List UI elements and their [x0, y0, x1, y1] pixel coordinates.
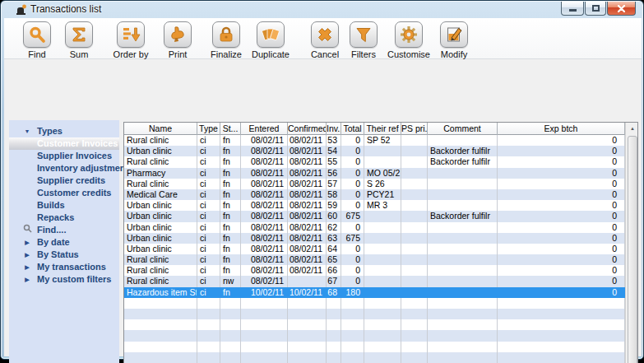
sidebar-item-inventory-adjustments[interactable]: Inventory adjustments	[9, 162, 119, 175]
cell	[241, 298, 288, 309]
sidebar-item-label: Builds	[37, 199, 65, 212]
cell: ci	[197, 189, 220, 200]
table-row[interactable]	[124, 298, 625, 309]
modify-button[interactable]	[440, 21, 468, 48]
table-row[interactable]: Hazardous item Storecifn10/02/1110/02/11…	[124, 287, 625, 298]
column-header-entered[interactable]: Entered	[241, 123, 288, 135]
cell	[124, 342, 197, 352]
table-row[interactable]: Urban cliniccifn08/02/1108/02/1160675Bac…	[124, 211, 625, 221]
sidebar-item-my-custom-filters[interactable]: ▶My custom filters	[9, 273, 119, 286]
triangle-right-icon[interactable]: ▶	[22, 249, 32, 261]
cell: ci	[197, 233, 220, 244]
cell	[401, 298, 428, 309]
find-button[interactable]	[23, 21, 51, 48]
vertical-scroll-thumb[interactable]	[628, 136, 637, 363]
cell: 0	[498, 265, 625, 276]
scroll-up-icon[interactable]: ▲	[626, 123, 638, 135]
cell	[288, 352, 327, 363]
table-row[interactable]	[124, 352, 625, 363]
cell	[364, 222, 401, 233]
transactions-table: NameTypeSt...EnteredConfirmedInv...Total…	[123, 122, 638, 363]
table-row[interactable]	[124, 309, 625, 319]
title-bar[interactable]: Transactions list	[1, 1, 643, 18]
sidebar-item-by-status[interactable]: ▶By Status	[9, 249, 119, 261]
column-header-inv[interactable]: Inv...	[327, 123, 341, 135]
sidebar-item-repacks[interactable]: Repacks	[9, 212, 119, 224]
cell: 0	[341, 179, 364, 189]
column-header-ps-pri[interactable]: PS pri...	[401, 123, 428, 135]
table-row[interactable]: Pharmacycifn08/02/1108/02/11560MO 05/20	[124, 168, 625, 179]
sidebar-item-my-transactions[interactable]: ▶My transactions	[9, 261, 119, 273]
table-row[interactable]: Urban cliniccifn08/02/1108/02/11636750	[124, 233, 625, 244]
filters-button[interactable]	[350, 21, 378, 48]
column-header-confirmed[interactable]: Confirmed	[288, 123, 327, 135]
finalize-button[interactable]	[212, 21, 240, 48]
table-row[interactable]	[124, 330, 625, 341]
sidebar-item-find[interactable]: Find....	[9, 224, 119, 236]
sidebar-item-label: By Status	[37, 249, 79, 261]
cell: fn	[220, 233, 241, 244]
cell	[401, 135, 428, 146]
sidebar-item-customer-credits[interactable]: Customer credits	[9, 187, 119, 199]
column-header-total[interactable]: Total	[341, 123, 364, 135]
column-header-type[interactable]: Type	[197, 123, 220, 135]
table-row[interactable]: Rural cliniccinw08/02/116700	[124, 276, 625, 286]
cell: fn	[220, 254, 241, 265]
table-row[interactable]: Urban cliniccifn08/02/1108/02/116400	[124, 244, 625, 254]
table-row[interactable]	[124, 319, 625, 330]
sidebar-item-label: Inventory adjustments	[37, 162, 133, 175]
sidebar-item-customer-invoices[interactable]: Customer Invoices	[9, 137, 119, 150]
table-row[interactable]: Urban cliniccifn08/02/1108/02/11540Backo…	[124, 146, 625, 156]
table-row[interactable]: Rural cliniccifn08/02/1108/02/11530SP 52…	[124, 135, 625, 146]
print-button[interactable]	[164, 21, 192, 48]
cell: 0	[341, 146, 364, 156]
cell: 08/02/11	[241, 222, 288, 233]
duplicate-button[interactable]	[257, 21, 285, 48]
cell: 0	[498, 189, 625, 200]
column-header-st[interactable]: St...	[220, 123, 241, 135]
column-header-name[interactable]: Name	[124, 123, 197, 135]
cell	[401, 309, 428, 319]
sidebar-item-supplier-invoices[interactable]: Supplier Invoices	[9, 150, 119, 162]
cell	[220, 352, 241, 363]
sum-button[interactable]	[65, 21, 93, 48]
table-row[interactable]: Urban cliniccifn08/02/1108/02/11590MR 30	[124, 200, 625, 211]
triangle-right-icon[interactable]: ▶	[22, 261, 32, 273]
cell	[428, 135, 498, 146]
minimize-button[interactable]	[561, 2, 584, 16]
cell: ci	[197, 200, 220, 211]
table-row[interactable]: Rural cliniccifn08/02/1108/02/11550Backo…	[124, 156, 625, 167]
sidebar-item-by-date[interactable]: ▶By date	[9, 236, 119, 249]
column-header-their-ref[interactable]: Their ref	[364, 123, 401, 135]
table-row[interactable]: Rural cliniccifn08/02/1108/02/116500	[124, 254, 625, 265]
toolbar-label: Modify	[425, 49, 483, 59]
table-row[interactable]: Rural cliniccifn08/02/1108/02/116600	[124, 265, 625, 276]
sidebar-item-label: Types	[37, 125, 63, 137]
window-controls	[561, 2, 637, 16]
cell: 0	[498, 200, 625, 211]
triangle-right-icon[interactable]: ▶	[22, 236, 32, 249]
sidebar-item-builds[interactable]: Builds	[9, 199, 119, 212]
cell: 58	[327, 189, 341, 200]
sidebar-item-supplier-credits[interactable]: Supplier credits	[9, 175, 119, 187]
find-icon	[27, 25, 47, 44]
customise-button[interactable]	[395, 21, 423, 48]
cell	[327, 309, 341, 319]
close-button[interactable]	[607, 2, 636, 16]
table-row[interactable]	[124, 342, 625, 352]
cell: 08/02/11	[241, 233, 288, 244]
column-header-exp-btch[interactable]: Exp btch	[498, 123, 625, 135]
maximize-button[interactable]	[585, 2, 606, 16]
triangle-right-icon[interactable]: ▶	[22, 273, 32, 286]
order-by-button[interactable]	[117, 21, 145, 48]
cell	[401, 265, 428, 276]
table-row[interactable]: Medical Carecifn08/02/1108/02/11580PCY21…	[124, 189, 625, 200]
sidebar-item-types[interactable]: ▼Types	[9, 125, 119, 137]
cell	[401, 330, 428, 341]
triangle-down-icon[interactable]: ▼	[22, 125, 32, 137]
table-row[interactable]: Urban cliniccifn08/02/1108/02/116200	[124, 222, 625, 233]
column-header-comment[interactable]: Comment	[428, 123, 498, 135]
table-row[interactable]: Rural cliniccifn08/02/1108/02/11570S 260	[124, 179, 625, 189]
vertical-scrollbar[interactable]: ▲ ▼	[625, 123, 638, 363]
cell: ci	[197, 254, 220, 265]
